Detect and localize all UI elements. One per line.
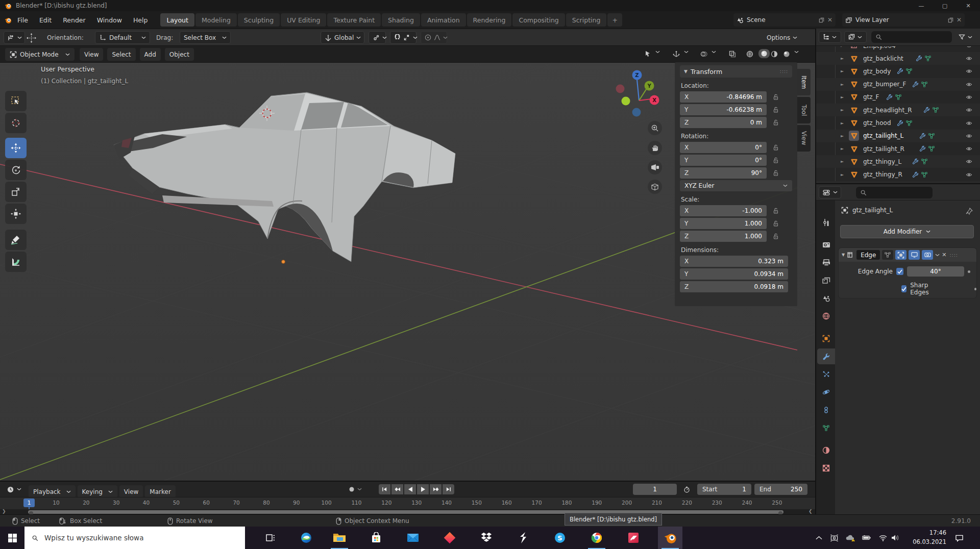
taskbar-app-store[interactable] [364,527,388,549]
taskbar-app-blender[interactable] [658,527,682,549]
measure-tool-button[interactable] [5,252,27,272]
properties-tab-tool[interactable] [817,214,835,230]
modifier-name-field[interactable]: Edge [856,250,880,260]
tray-chevron-up-button[interactable] [812,527,826,549]
pin-icon[interactable] [966,208,973,215]
viewport-menu-select[interactable]: Select [107,48,135,61]
expand-arrow-icon[interactable]: ► [841,95,844,99]
realtime-display-toggle[interactable] [909,250,920,260]
padlock-open-icon[interactable] [773,119,779,126]
field-np-scale-x[interactable]: X-1.000 [680,205,767,216]
taskbar-app-mail[interactable] [401,527,425,549]
collapse-triangle-icon[interactable]: ▼ [842,253,845,257]
workspace-tab-modeling[interactable]: Modeling [195,13,237,27]
chevron-down-icon[interactable] [655,51,660,54]
scroll-right-chevron-icon[interactable]: ❮ [808,509,813,514]
add-workspace-button[interactable]: + [607,13,622,27]
properties-tab-object-data[interactable] [817,420,835,436]
workspace-tab-compositing[interactable]: Compositing [512,13,565,27]
field-np-loc-y[interactable]: Y-0.66238 m [680,104,767,115]
play-button[interactable] [417,484,429,494]
edit-mode-display-toggle[interactable] [895,250,906,260]
properties-tab-texture[interactable] [817,460,835,476]
expand-arrow-icon[interactable]: ► [841,82,844,87]
edge-angle-checkbox[interactable] [896,268,903,275]
xray-toggle-icon[interactable] [729,51,736,58]
select-box-tool-button[interactable] [5,91,27,111]
timeline-editor-type-dropdown[interactable] [3,483,26,495]
outliner-row-Empty.004[interactable]: ►Empty.004 [816,46,980,52]
field-np-dims-x[interactable]: X0.323 m [680,256,788,267]
animate-dot-icon[interactable] [974,288,976,290]
rotate-tool-button[interactable] [5,160,27,180]
transform-tool-button[interactable] [5,204,27,224]
expand-arrow-icon[interactable]: ► [841,134,844,138]
proportional-edit-controls[interactable] [421,31,447,44]
move-tool-button[interactable] [5,138,27,158]
field-np-loc-x[interactable]: X-0.84696 m [680,91,767,103]
solid-shading-icon[interactable] [758,49,770,58]
eye-icon[interactable] [965,68,973,74]
viewport-3d[interactable]: Object Mode ViewSelectAddObject User Per… [0,46,815,481]
jump-end-button[interactable] [443,484,454,494]
scale-tool-button[interactable] [5,182,27,202]
expand-arrow-icon[interactable]: ► [841,56,844,61]
properties-editor-type-dropdown[interactable] [819,186,841,198]
zoom-view-button[interactable] [648,121,662,135]
capture-button[interactable] [827,527,841,549]
viewport-menu-view[interactable]: View [80,48,103,61]
padlock-open-icon[interactable] [773,233,779,240]
sidebar-tab-item[interactable]: Item [797,69,811,95]
viewport-menu-add[interactable]: Add [140,48,161,61]
options-dropdown[interactable]: Options [763,31,797,44]
eye-icon[interactable] [965,81,973,88]
expand-arrow-icon[interactable]: ► [841,159,844,164]
viewport-menu-object[interactable]: Object [165,48,194,61]
properties-tab-modifiers[interactable] [817,348,835,364]
outliner-row-gtz_tailight_L[interactable]: ►gtz_tailight_L [816,130,980,142]
taskbar-app-explorer[interactable] [327,527,352,549]
taskbar-app-edge[interactable] [294,527,318,549]
eye-icon[interactable] [965,46,973,49]
outliner-row-gtz_headlight_R[interactable]: ►gtz_headlight_R [816,104,980,116]
workspace-tab-rendering[interactable]: Rendering [467,13,512,27]
snap-controls[interactable] [390,31,416,44]
outliner-filter-dropdown[interactable] [955,31,977,43]
unlink-icon[interactable]: ✕ [827,16,832,23]
field-np-dims-y[interactable]: Y0.0934 m [680,268,788,280]
wireframe-shading-icon[interactable] [746,51,753,58]
properties-tab-output[interactable] [817,255,835,270]
drag-handle-icon[interactable]: :::: [950,253,958,258]
car-model[interactable] [114,92,455,262]
rotation-mode-dropdown[interactable]: XYZ Euler [680,180,792,191]
field-np-dims-z[interactable]: Z0.0918 m [680,281,788,292]
sharp-edges-checkbox[interactable] [901,285,906,292]
properties-tab-scene[interactable] [817,290,835,306]
outliner-row-gtz_F[interactable]: ►gtz_F [816,91,980,104]
properties-tab-object[interactable] [817,331,835,346]
cursor-select-icon[interactable] [644,51,651,58]
chevron-down-icon[interactable] [684,51,689,54]
timeline-menu-view[interactable]: View [119,485,143,498]
drag-dropdown[interactable]: Select Box [180,31,231,44]
eye-icon[interactable] [965,94,973,101]
add-modifier-button[interactable]: Add Modifier [840,225,974,238]
navigation-gizmo[interactable]: Z Y X [612,66,664,122]
padlock-open-icon[interactable] [773,157,779,164]
onedrive-warning-button[interactable] [843,527,857,549]
prev-keyframe-button[interactable] [391,484,403,494]
field-np-scale-y[interactable]: Y1.000 [680,218,767,229]
field-np-rot-y[interactable]: Y0° [680,155,767,166]
field-np-rot-x[interactable]: X0° [680,142,767,153]
sidebar-tab-view[interactable]: View [797,125,811,152]
chevron-down-icon[interactable] [712,51,716,54]
stopwatch-button[interactable] [680,484,695,495]
expand-arrow-icon[interactable]: ► [841,121,844,126]
expand-arrow-icon[interactable]: ► [841,69,844,73]
padlock-open-icon[interactable] [773,208,779,214]
chevron-down-icon[interactable] [794,51,799,54]
camera-view-button[interactable] [648,160,662,174]
menu-window[interactable]: Window [91,13,128,27]
auto-keyframe-controls[interactable] [345,483,370,495]
pan-view-button[interactable] [648,141,662,155]
